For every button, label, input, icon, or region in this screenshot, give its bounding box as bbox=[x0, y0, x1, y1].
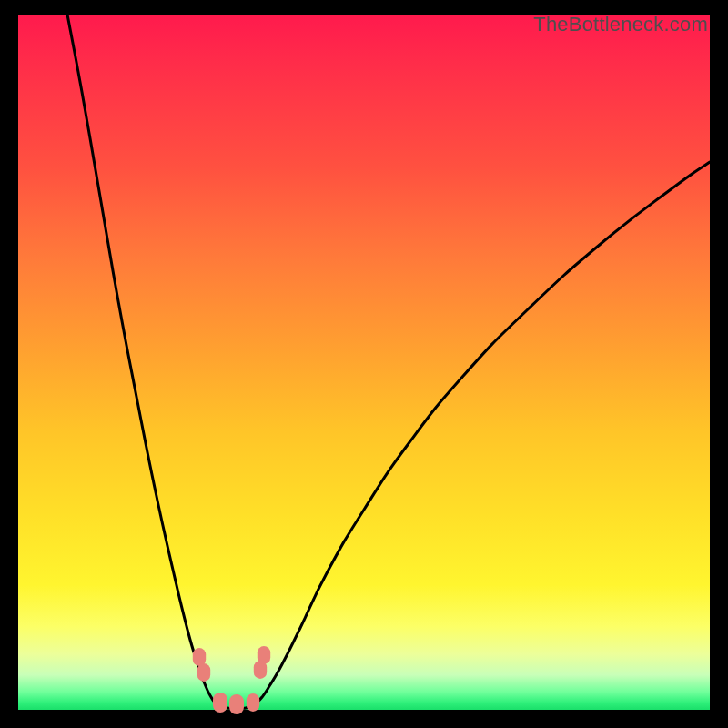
chart-frame: TheBottleneck.com bbox=[18, 15, 710, 710]
valley-markers bbox=[193, 646, 270, 714]
curve-right-branch bbox=[257, 162, 710, 703]
watermark-text: TheBottleneck.com bbox=[533, 13, 708, 36]
valley-marker-1 bbox=[197, 663, 210, 682]
curve-left-branch bbox=[67, 15, 215, 703]
valley-marker-0 bbox=[193, 648, 206, 666]
valley-marker-3 bbox=[229, 694, 244, 714]
bottleneck-curve bbox=[18, 15, 710, 710]
valley-marker-6 bbox=[258, 646, 270, 664]
plot-area bbox=[18, 15, 710, 710]
valley-marker-4 bbox=[247, 693, 259, 712]
valley-marker-2 bbox=[213, 693, 228, 713]
